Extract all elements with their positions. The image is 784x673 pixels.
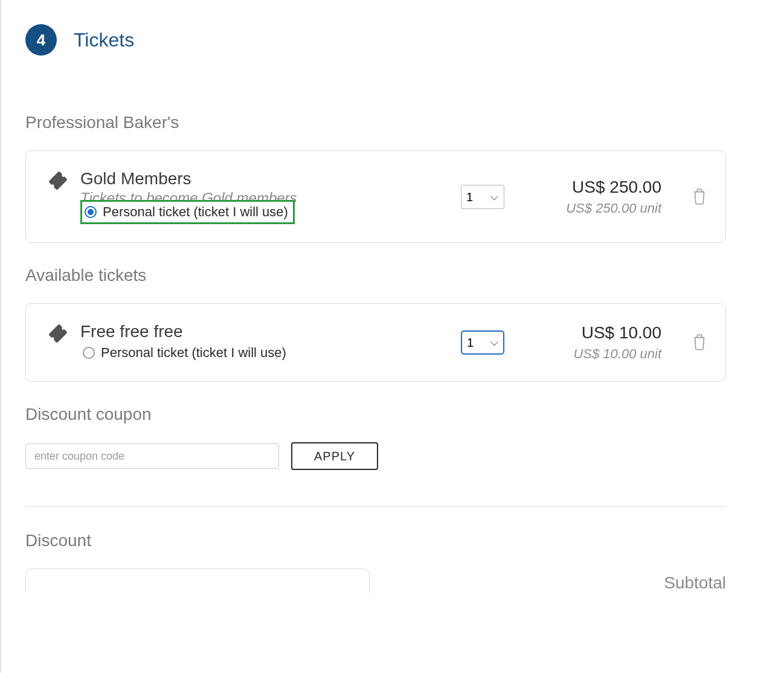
trash-icon	[692, 196, 707, 207]
price-unit: US$ 250.00 unit	[553, 201, 661, 216]
personal-ticket-radio[interactable]: Personal ticket (ticket I will use)	[80, 200, 295, 224]
step-number-badge: 4	[25, 24, 57, 56]
delete-button[interactable]	[692, 332, 707, 353]
discount-box	[25, 568, 370, 593]
price-total: US$ 250.00	[553, 178, 661, 197]
quantity-select-wrap: 1	[461, 185, 504, 209]
personal-ticket-label: Personal ticket (ticket I will use)	[103, 204, 288, 220]
ticket-name: Free free free	[80, 322, 449, 341]
section-professional-bakers: Professional Baker's	[25, 113, 726, 132]
quantity-select[interactable]: 1	[461, 185, 504, 209]
section-discount-coupon: Discount coupon	[25, 405, 726, 424]
price-total: US$ 10.00	[553, 323, 661, 343]
quantity-select-wrap: 1	[461, 330, 504, 355]
step-header: 4 Tickets	[25, 24, 726, 56]
divider	[25, 506, 726, 507]
trash-icon	[692, 342, 707, 352]
personal-ticket-radio[interactable]: Personal ticket (ticket I will use)	[80, 343, 291, 363]
ticket-card-gold: Gold Members Tickets to become Gold memb…	[25, 150, 726, 243]
radio-icon	[83, 347, 95, 359]
price-block: US$ 250.00 US$ 250.00 unit	[553, 178, 661, 216]
quantity-select[interactable]: 1	[461, 330, 504, 355]
radio-icon	[85, 206, 97, 218]
subtotal-label: Subtotal	[664, 573, 726, 593]
price-block: US$ 10.00 US$ 10.00 unit	[553, 323, 661, 362]
personal-ticket-label: Personal ticket (ticket I will use)	[101, 345, 286, 361]
delete-button[interactable]	[692, 187, 707, 207]
ticket-icon	[49, 172, 67, 192]
section-available-tickets: Available tickets	[25, 266, 726, 285]
ticket-name: Gold Members	[80, 169, 449, 188]
step-title: Tickets	[74, 29, 134, 51]
ticket-icon	[49, 324, 67, 345]
coupon-code-input[interactable]	[25, 443, 279, 469]
price-unit: US$ 10.00 unit	[553, 346, 661, 362]
ticket-card-free: Free free free Personal ticket (ticket I…	[25, 303, 726, 382]
apply-button[interactable]: APPLY	[291, 442, 378, 470]
section-discount: Discount	[25, 531, 640, 550]
